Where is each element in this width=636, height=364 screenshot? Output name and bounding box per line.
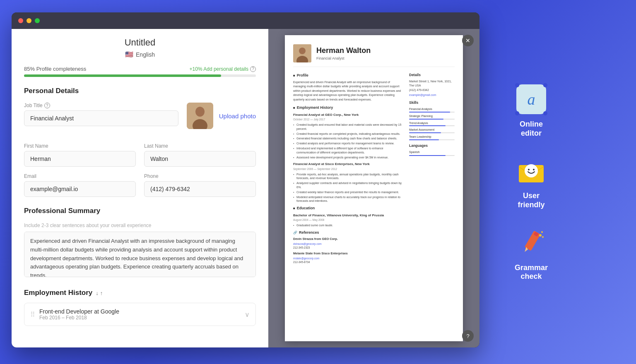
skills-list: Financial Analysis Strategic Planning Tr…: [409, 107, 455, 140]
ref1-email: dstrazza@geocorp.com: [293, 242, 403, 246]
emp-history-title: Employment History: [24, 289, 92, 297]
online-editor-label: Onlineeditor: [520, 120, 543, 138]
lang-name: Spanish: [409, 150, 455, 154]
first-name-group: First Name: [24, 143, 136, 167]
languages-sidebar-label: Languages: [409, 144, 455, 148]
job-title-info-icon[interactable]: ?: [44, 103, 50, 108]
ref1-name: Devin Strazza from GEO Corp.: [293, 237, 403, 242]
profile-text: Experienced and driven Financial Analyst…: [293, 80, 403, 102]
sort-arrows[interactable]: ↓ ↑: [96, 290, 103, 296]
edu1-date: August 2004 — May 2008: [293, 218, 403, 222]
help-button[interactable]: ?: [462, 330, 474, 342]
resume-sidebar: Details Market Street 1, New York, 1021,…: [409, 73, 455, 264]
ref2-name: Melanie Slate from Sisco Enterprises: [293, 251, 403, 256]
feature-grammar-check: Grammarcheck: [498, 226, 565, 281]
language-item: Spanish: [409, 150, 455, 156]
language-row: 🇺🇸 English: [24, 50, 256, 58]
emp-item-expand-icon[interactable]: ∨: [245, 311, 250, 318]
skill-bar-bg: [409, 119, 455, 120]
job1-bullet: Generated financial statements including…: [293, 136, 403, 141]
email-input[interactable]: [24, 181, 136, 197]
sidebar-email: example@gmail.com: [409, 93, 455, 97]
browser-dot-maximize[interactable]: [35, 18, 40, 23]
ref2-phone: 212-345-8734: [293, 260, 403, 264]
progress-info-icon[interactable]: ?: [250, 66, 256, 72]
language-text: English: [136, 51, 155, 58]
skill-bar-bg: [409, 139, 455, 140]
skill-name: Trend Analysis: [409, 121, 455, 125]
sort-up-icon[interactable]: ↑: [100, 290, 103, 296]
close-button[interactable]: ✕: [462, 35, 474, 46]
summary-textarea[interactable]: Experienced and driven Financial Analyst…: [24, 232, 256, 277]
features-panel: a Onlineeditor: [488, 12, 575, 352]
summary-title: Professional Summary: [24, 207, 256, 215]
job2-bullet: Provide reports, ad-hoc analysis, annual…: [293, 172, 403, 181]
skill-bar-fill: [409, 132, 441, 133]
sort-down-icon[interactable]: ↓: [96, 290, 99, 296]
progress-bar-fill: [24, 74, 221, 77]
skill-bar-fill: [409, 125, 446, 126]
page-title: Untitled: [24, 37, 256, 48]
job1-title: Financial Analyst at GEO Corp., New York: [293, 113, 403, 117]
lang-bar-bg: [409, 155, 455, 156]
main-container: Untitled 🇺🇸 English 85% Profile complete…: [12, 12, 624, 352]
profile-bullet: ■: [293, 73, 295, 78]
lang-bar-fill: [409, 155, 446, 156]
skill-bar-fill: [409, 139, 439, 140]
browser-dot-close[interactable]: [18, 18, 23, 23]
user-friendly-icon-wrap: [515, 154, 548, 187]
emp-history-section-title: ■ Employment History: [293, 105, 403, 110]
job-title-input[interactable]: [24, 110, 178, 126]
email-label: Email: [24, 173, 136, 179]
resume-header: Herman Walton Financial Analyst: [293, 44, 455, 67]
svg-point-9: [533, 169, 535, 170]
ref2-email: mslate@geocorp.com: [293, 256, 403, 260]
personal-details-title: Personal Details: [24, 87, 256, 95]
job1-date: October 2012 — July 2017: [293, 117, 403, 121]
name-row: First Name Last Name: [24, 143, 256, 173]
summary-placeholder-label: Include 2-3 clear sentences about your o…: [24, 223, 256, 228]
sidebar-address: Market Street 1, New York, 1021, The USA: [409, 79, 455, 88]
svg-point-15: [542, 236, 544, 238]
skill-item: Financial Analysis: [409, 107, 455, 113]
editor-panel: Untitled 🇺🇸 English 85% Profile complete…: [12, 29, 268, 347]
browser-titlebar: [12, 12, 479, 29]
skill-bar-bg: [409, 132, 455, 133]
job2-date: September 2006 — September 2012: [293, 167, 403, 171]
progress-bar-bg: [24, 74, 256, 77]
browser-content: Untitled 🇺🇸 English 85% Profile complete…: [12, 29, 479, 347]
svg-point-7: [525, 164, 538, 177]
browser-dot-minimize[interactable]: [26, 18, 31, 23]
job2-bullet: Analyzed supplier contracts and advised …: [293, 181, 403, 189]
ref1-phone: 212-345-2323: [293, 246, 403, 249]
photo-upload-area: Upload photo: [187, 103, 256, 129]
skill-bar-bg: [409, 112, 455, 113]
preview-panel: ✕ Herman Walton: [268, 29, 479, 347]
corner-dot-tr: [543, 83, 547, 87]
languages-list: Spanish: [409, 150, 455, 156]
ref-icon: 🔗: [293, 230, 297, 235]
resume-avatar: [293, 44, 311, 62]
job2-bullets: Provide reports, ad-hoc analysis, annual…: [293, 172, 403, 204]
grammar-check-icon: [516, 228, 546, 258]
profile-section-title: ■ Profile: [293, 73, 403, 78]
svg-point-13: [539, 234, 542, 237]
photo-thumb: [187, 103, 213, 129]
emp-history-bullet: ■: [293, 105, 295, 110]
first-name-label: First Name: [24, 143, 136, 149]
grammar-check-icon-wrap: [515, 226, 548, 259]
progress-row: 85% Profile completeness +10% Add person…: [24, 66, 256, 72]
drag-handle-icon[interactable]: ⠿: [30, 311, 35, 318]
details-sidebar-label: Details: [409, 73, 455, 78]
job1-bullet: Introduced and implemented a different t…: [293, 146, 403, 155]
education-section-title: ■ Education: [293, 206, 403, 211]
resume-body: ■ Profile Experienced and driven Financi…: [293, 73, 455, 264]
first-name-input[interactable]: [24, 151, 136, 167]
job1-bullets: Created budgets and ensured that labor a…: [293, 123, 403, 159]
upload-photo-link[interactable]: Upload photo: [219, 113, 256, 120]
job1-bullet: Created analysis and performance reports…: [293, 141, 403, 146]
email-group: Email: [24, 173, 136, 197]
last-name-input[interactable]: [144, 151, 256, 167]
phone-input[interactable]: [144, 181, 256, 197]
skill-name: Team Leadership: [409, 135, 455, 139]
